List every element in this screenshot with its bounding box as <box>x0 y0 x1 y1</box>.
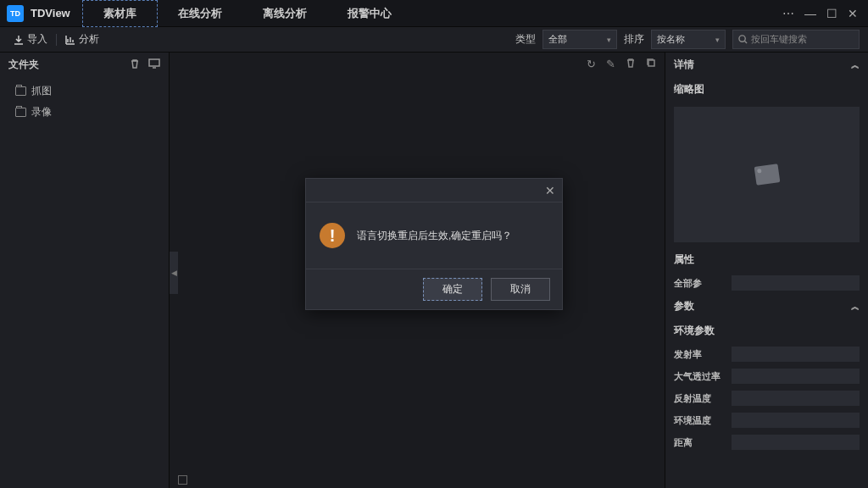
cancel-button[interactable]: 取消 <box>491 278 550 301</box>
warning-icon: ! <box>320 223 345 248</box>
ok-button[interactable]: 确定 <box>423 278 482 301</box>
dialog-close-icon[interactable]: ✕ <box>545 184 555 197</box>
dialog-message: 语言切换重启后生效,确定重启吗？ <box>357 229 512 243</box>
confirm-dialog: ✕ ! 语言切换重启后生效,确定重启吗？ 确定 取消 <box>305 178 563 310</box>
dialog-mask: ✕ ! 语言切换重启后生效,确定重启吗？ 确定 取消 <box>0 0 868 488</box>
